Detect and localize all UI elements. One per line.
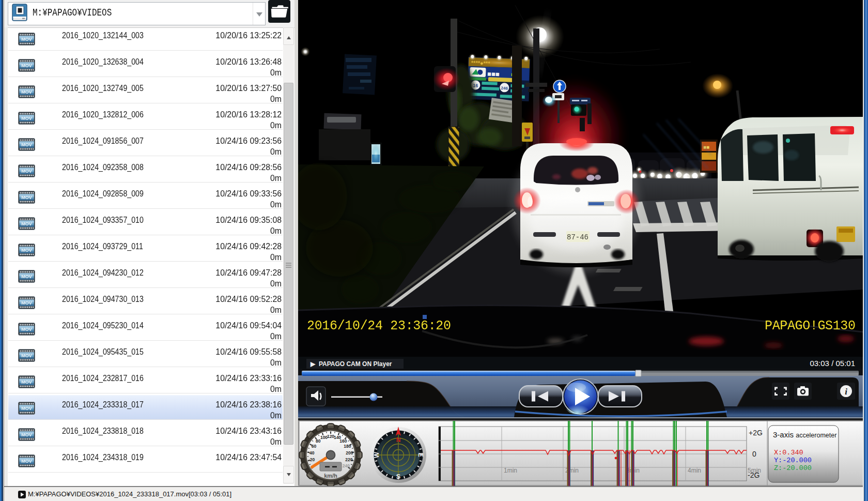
svg-text:Z:-20.000: Z:-20.000 [774, 464, 812, 472]
svg-text:MOV: MOV [21, 37, 32, 42]
svg-text:MOV: MOV [21, 300, 32, 306]
svg-text:MOV: MOV [21, 142, 32, 147]
svg-text:km/h: km/h [324, 473, 337, 479]
svg-text:MOV: MOV [21, 274, 32, 279]
svg-text:Y:-20.000: Y:-20.000 [774, 457, 812, 464]
svg-text:S: S [396, 473, 400, 480]
svg-text:i: i [845, 387, 847, 397]
svg-text:MOV: MOV [21, 248, 32, 253]
svg-text:20: 20 [310, 457, 315, 462]
svg-text:MOV: MOV [21, 221, 32, 226]
svg-text:0: 0 [752, 450, 756, 458]
svg-text:MOV: MOV [21, 89, 32, 95]
svg-text:03:03 / 05:01: 03:03 / 05:01 [810, 359, 855, 368]
svg-text:MOV: MOV [21, 432, 32, 437]
svg-text:MOV: MOV [21, 379, 32, 385]
svg-text:E: E [417, 453, 424, 457]
svg-text:+2G: +2G [749, 429, 763, 437]
svg-text:200: 200 [346, 450, 353, 456]
svg-text:4min: 4min [688, 467, 701, 474]
svg-text:MOV: MOV [21, 406, 32, 411]
svg-text:-2G: -2G [748, 471, 760, 479]
svg-text:87-46: 87-46 [567, 233, 588, 241]
svg-text:3-axis accelerometer: 3-axis accelerometer [773, 430, 836, 439]
svg-text:MOV: MOV [21, 169, 32, 174]
svg-text:■■■: ■■■ [487, 70, 500, 78]
svg-text:W: W [373, 452, 380, 458]
svg-text:160: 160 [339, 438, 347, 444]
svg-text:N: N [396, 436, 401, 444]
svg-text:MOV: MOV [21, 353, 32, 358]
svg-text:MOV: MOV [21, 116, 32, 121]
svg-text:PAPAGO!GS130: PAPAGO!GS130 [765, 318, 856, 333]
svg-text:246: 246 [501, 86, 508, 90]
svg-text:60: 60 [312, 444, 317, 449]
svg-text:180: 180 [344, 444, 351, 449]
svg-text:MOV: MOV [21, 327, 32, 332]
svg-text:240: 240 [343, 463, 350, 468]
svg-text:1min: 1min [504, 467, 517, 474]
svg-text:MOV: MOV [21, 63, 32, 68]
svg-text:MOV: MOV [21, 195, 32, 200]
svg-text:2016/10/24 23:36:20: 2016/10/24 23:36:20 [307, 318, 451, 333]
svg-text:MOV: MOV [21, 459, 32, 464]
svg-text:X:0.340: X:0.340 [774, 449, 803, 457]
svg-text:▶ PAPAGO CAM ON Player: ▶ PAPAGO CAM ON Player [310, 360, 392, 368]
svg-text:220: 220 [345, 457, 352, 462]
svg-text:****●***: ****●*** [471, 59, 491, 66]
svg-text:40: 40 [309, 450, 315, 456]
